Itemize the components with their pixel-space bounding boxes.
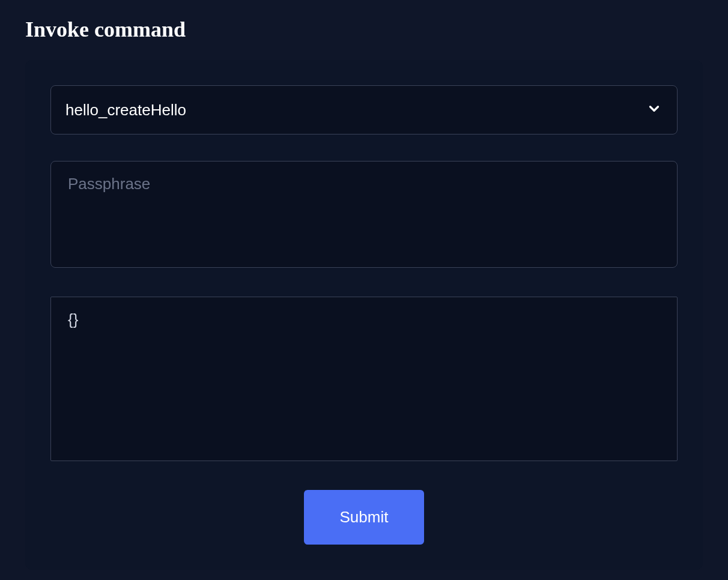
payload-group: {} — [50, 297, 678, 464]
page-title: Invoke command — [25, 17, 703, 42]
command-select-wrapper: hello_createHello — [50, 85, 678, 134]
passphrase-group — [50, 161, 678, 270]
passphrase-input[interactable] — [50, 161, 678, 268]
invoke-command-card: hello_createHello {} Submit — [25, 60, 703, 570]
payload-input[interactable]: {} — [50, 297, 678, 461]
submit-button[interactable]: Submit — [304, 490, 425, 545]
submit-wrapper: Submit — [50, 490, 678, 545]
command-select[interactable]: hello_createHello — [50, 85, 678, 134]
command-select-group: hello_createHello — [50, 85, 678, 134]
